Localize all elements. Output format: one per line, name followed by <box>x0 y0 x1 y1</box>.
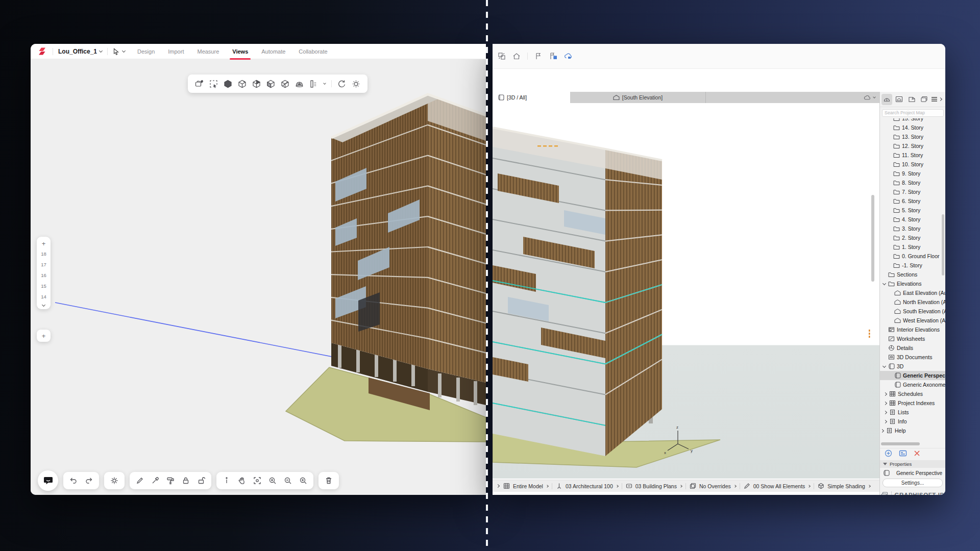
project-title[interactable]: Lou_Office_1 <box>58 48 102 55</box>
menu-measure[interactable]: Measure <box>197 48 219 55</box>
tree-item-3d-documents[interactable]: 3D Documents <box>880 353 945 362</box>
tree-scrollbar[interactable] <box>942 214 944 276</box>
tree-item-3d[interactable]: 3D <box>880 362 945 371</box>
tree-item-south-elevation[interactable]: South Elevation (A <box>880 307 945 316</box>
marquee-icon[interactable] <box>209 80 218 88</box>
tree-item-project-indexes[interactable]: Project Indexes <box>880 398 945 408</box>
tree-item-story-6[interactable]: 6. Story <box>880 196 945 206</box>
cube-corner-icon[interactable] <box>252 80 261 88</box>
rendering-style-option[interactable]: Simple Shading <box>818 483 870 489</box>
cube-open-icon[interactable] <box>238 80 247 88</box>
properties-header[interactable]: Properties <box>880 460 945 468</box>
delete-viewpoint-icon[interactable] <box>914 450 920 457</box>
tree-item-ground-floor[interactable]: 0. Ground Floor <box>880 252 945 261</box>
tree-item-story-11[interactable]: 11. Story <box>880 151 945 160</box>
tree-item-sections[interactable]: Sections <box>880 270 945 279</box>
layer-combination-option[interactable]: 03 Building Plans <box>626 483 682 489</box>
save-view-icon[interactable] <box>195 80 204 88</box>
refresh-icon[interactable] <box>337 80 346 88</box>
menu-views[interactable]: Views <box>232 48 248 55</box>
lock-icon[interactable] <box>182 477 190 485</box>
undo-icon[interactable] <box>69 477 78 485</box>
graphisoft-id-badge[interactable]: GRAPHISOFT ID <box>880 490 945 495</box>
menu-import[interactable]: Import <box>168 48 184 55</box>
tree-item-generic-axonometry[interactable]: Generic Axonomet <box>880 380 945 389</box>
arrange-windows-icon[interactable] <box>498 52 506 60</box>
overflow-left-icon[interactable] <box>496 484 500 488</box>
select-tool-button[interactable] <box>113 48 125 55</box>
home-icon[interactable] <box>512 52 521 60</box>
tree-item-story-5[interactable]: 5. Story <box>880 206 945 215</box>
tree-item-west-elevation[interactable]: West Elevation (Au <box>880 316 945 325</box>
tree-item-story-15[interactable]: 15. Story <box>880 118 945 123</box>
left-3d-viewport[interactable]: + 18 17 16 15 14 + <box>31 59 486 495</box>
zoom-out-icon[interactable] <box>284 477 292 485</box>
zoom-to-fit-icon[interactable] <box>253 477 261 485</box>
tree-item-story-3[interactable]: 3. Story <box>880 224 945 233</box>
tab-cloud-status[interactable] <box>864 92 879 103</box>
dome-icon[interactable] <box>295 80 304 88</box>
eyedropper-icon[interactable] <box>151 477 159 485</box>
tab-3d-all[interactable]: [3D / All] <box>493 92 570 103</box>
model-filter-option[interactable]: Entire Model <box>503 483 548 489</box>
story-nav-more-icon[interactable] <box>42 303 45 307</box>
tree-item-east-elevation[interactable]: East Elevation (Au <box>880 288 945 297</box>
navigator-menu-button[interactable] <box>931 96 944 102</box>
tree-item-worksheets[interactable]: Worksheets <box>880 334 945 343</box>
story-14[interactable]: 14 <box>41 291 46 302</box>
publisher-tab[interactable] <box>919 94 929 105</box>
tree-item-story-4[interactable]: 4. Story <box>880 215 945 224</box>
paint-roller-icon[interactable] <box>166 477 175 485</box>
story-17[interactable]: 17 <box>41 259 46 270</box>
graphic-override-option[interactable]: 00 Show All Elements <box>744 483 811 489</box>
tree-item-story-12[interactable]: 12. Story <box>880 141 945 151</box>
tab-south-elevation[interactable]: [South Elevation] <box>570 92 706 103</box>
gear-icon[interactable] <box>352 80 360 88</box>
assistant-button[interactable] <box>38 470 58 491</box>
project-map-tab[interactable] <box>881 94 892 105</box>
tree-item-story-minus1[interactable]: -1. Story <box>880 261 945 270</box>
tree-item-story-2[interactable]: 2. Story <box>880 233 945 242</box>
tree-item-north-elevation[interactable]: North Elevation (A <box>880 297 945 307</box>
cube-solid-icon[interactable] <box>224 80 232 88</box>
menu-automate[interactable]: Automate <box>261 48 285 55</box>
chevron-down-icon[interactable] <box>323 82 326 85</box>
menu-design[interactable]: Design <box>137 48 155 55</box>
tree-item-story-8[interactable]: 8. Story <box>880 178 945 187</box>
tree-item-story-13[interactable]: 13. Story <box>880 132 945 141</box>
gear-icon[interactable] <box>110 477 118 485</box>
add-story-button[interactable]: + <box>37 330 51 342</box>
tree-item-story-10[interactable]: 10. Story <box>880 160 945 169</box>
trash-icon[interactable] <box>325 477 333 485</box>
redo-icon[interactable] <box>85 477 93 485</box>
cloud-sync-icon[interactable] <box>564 52 572 60</box>
story-nav-up-button[interactable]: + <box>42 240 46 248</box>
tree-item-generic-perspective[interactable]: Generic Perspect <box>880 371 945 380</box>
vertical-scrollbar[interactable] <box>871 195 874 282</box>
tree-item-lists[interactable]: Lists <box>880 408 945 417</box>
scale-option[interactable]: 03 Architectural 100 <box>556 483 618 489</box>
search-input[interactable] <box>882 109 944 117</box>
favorites-table-icon[interactable] <box>549 52 557 60</box>
flag-icon[interactable] <box>534 52 543 60</box>
tree-item-story-1[interactable]: 1. Story <box>880 242 945 252</box>
tree-item-elevations[interactable]: Elevations <box>880 279 945 288</box>
story-16[interactable]: 16 <box>41 270 46 281</box>
tree-item-story-7[interactable]: 7. Story <box>880 187 945 196</box>
view-map-tab[interactable] <box>894 94 904 105</box>
story-15[interactable]: 15 <box>41 281 46 291</box>
settings-button[interactable]: Settings... <box>883 479 943 487</box>
viewpoint-properties-icon[interactable] <box>899 450 907 457</box>
story-18[interactable]: 18 <box>41 248 46 259</box>
zoom-reset-icon[interactable] <box>299 477 307 485</box>
pan-hand-icon[interactable] <box>238 477 246 485</box>
tree-item-story-14[interactable]: 14. Story <box>880 123 945 132</box>
zoom-in-icon[interactable] <box>268 477 277 485</box>
menu-collaborate[interactable]: Collaborate <box>299 48 327 55</box>
tree-item-interior-elevations[interactable]: Interior Elevations <box>880 325 945 334</box>
tree-item-info[interactable]: Info <box>880 417 945 426</box>
tree-item-help[interactable]: Help <box>880 426 945 435</box>
tree-item-schedules[interactable]: Schedules <box>880 389 945 398</box>
cube-section-icon[interactable] <box>266 80 275 88</box>
marker-icon[interactable] <box>136 477 144 485</box>
